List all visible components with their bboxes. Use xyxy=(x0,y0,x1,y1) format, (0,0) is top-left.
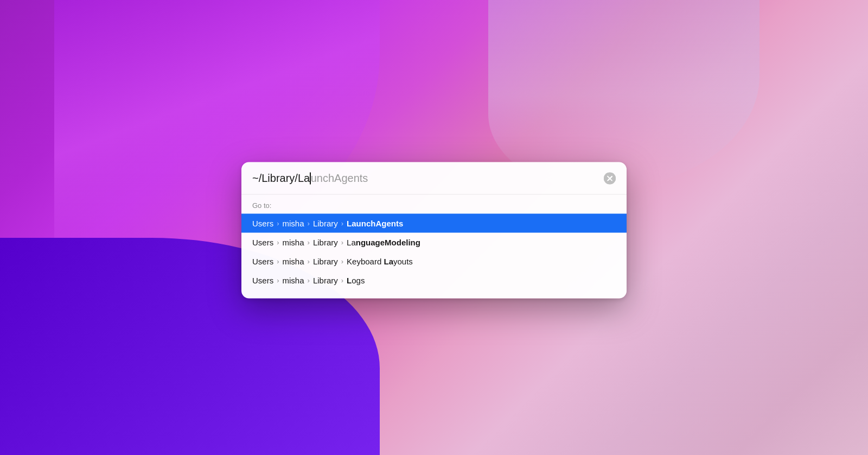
chevron-icon: › xyxy=(277,219,279,228)
result-item[interactable]: Users › misha › Library › Logs xyxy=(241,271,627,290)
result-item[interactable]: Users › misha › Library › LaunchAgents xyxy=(241,214,627,233)
chevron-icon: › xyxy=(341,219,343,228)
chevron-icon: › xyxy=(277,276,279,285)
path-segment: Library xyxy=(313,219,338,228)
path-destination: Keyboard Layouts xyxy=(347,257,413,266)
path-destination: LaunchAgents xyxy=(347,219,403,228)
typed-text: ~/Library/La xyxy=(252,172,310,185)
path-segment: Library xyxy=(313,257,338,266)
path-segment: misha xyxy=(283,257,304,266)
path-segment: Library xyxy=(313,238,338,247)
chevron-icon: › xyxy=(308,276,310,285)
search-input-wrapper[interactable]: ~/Library/LaunchAgents xyxy=(252,172,598,185)
ghost-text: unchAgents xyxy=(311,172,368,185)
chevron-icon: › xyxy=(308,238,310,247)
goto-dialog: ~/Library/LaunchAgents Go to: Users › mi… xyxy=(241,162,627,299)
chevron-icon: › xyxy=(341,257,343,266)
clear-button[interactable] xyxy=(604,172,616,184)
results-area: Go to: Users › misha › Library › LaunchA… xyxy=(241,195,627,299)
path-segment: Users xyxy=(252,257,273,266)
clear-icon xyxy=(604,172,616,184)
path-segment: misha xyxy=(283,219,304,228)
path-segment: Users xyxy=(252,238,273,247)
chevron-icon: › xyxy=(277,238,279,247)
path-segment: Library xyxy=(313,276,338,285)
chevron-icon: › xyxy=(277,257,279,266)
path-segment: misha xyxy=(283,276,304,285)
path-segment: Users xyxy=(252,276,273,285)
result-item[interactable]: Users › misha › Library › Keyboard Layou… xyxy=(241,252,627,271)
result-item[interactable]: Users › misha › Library › LanguageModeli… xyxy=(241,233,627,252)
path-segment: misha xyxy=(283,238,304,247)
chevron-icon: › xyxy=(308,257,310,266)
path-segment: Users xyxy=(252,219,273,228)
path-destination: Logs xyxy=(347,276,365,285)
search-bar: ~/Library/LaunchAgents xyxy=(241,162,627,195)
goto-label: Go to: xyxy=(241,201,627,214)
chevron-icon: › xyxy=(341,238,343,247)
chevron-icon: › xyxy=(308,219,310,228)
chevron-icon: › xyxy=(341,276,343,285)
path-destination: LanguageModeling xyxy=(347,238,420,247)
svg-point-0 xyxy=(604,172,616,184)
